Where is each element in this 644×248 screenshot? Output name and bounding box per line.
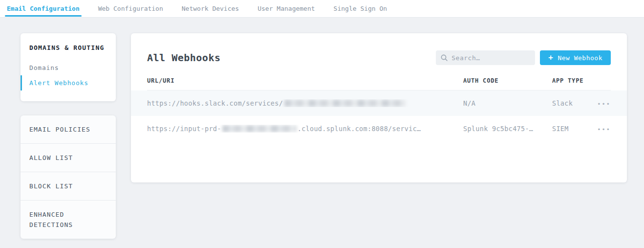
app-type-cell: SIEM [552, 125, 590, 133]
auth-code-cell: Splunk 9c5bc475-… [463, 125, 552, 133]
tab-web-configuration[interactable]: Web Configuration [96, 0, 165, 17]
tab-single-sign-on[interactable]: Single Sign On [332, 0, 389, 17]
sidebar-item-block-list[interactable]: BLOCK LIST [21, 172, 116, 201]
page-title: All Webhooks [147, 52, 436, 64]
sidebar-item-alert-webhooks[interactable]: Alert Webhooks [21, 75, 116, 90]
sidebar-item-enhanced-detections[interactable]: ENHANCED DETECTIONS [21, 201, 116, 239]
new-webhook-button-label: New Webhook [558, 54, 602, 62]
plus-icon: + [548, 54, 553, 62]
domains-routing-card: DOMAINS & ROUTING Domains Alert Webhooks [21, 33, 116, 101]
table-header-row: URL/URI AUTH CODE APP TYPE [147, 77, 611, 90]
tab-user-management[interactable]: User Management [256, 0, 317, 17]
auth-code-cell: N/A [463, 99, 552, 107]
table-row[interactable]: https://hooks.slack.com/services/ N/A Sl… [131, 90, 627, 116]
app-type-cell: Slack [552, 99, 590, 107]
row-menu-ellipsis-icon[interactable]: ••• [597, 127, 611, 133]
policy-nav-card: EMAIL POLICIES ALLOW LIST BLOCK LIST ENH… [21, 115, 116, 239]
panel-header: All Webhooks + New Webhook [147, 50, 611, 65]
column-header-auth: AUTH CODE [463, 77, 552, 84]
sidebar-item-allow-list[interactable]: ALLOW LIST [21, 144, 116, 172]
search-icon [441, 54, 448, 61]
table-row[interactable]: https://input-prd-.cloud.splunk.com:8088… [147, 116, 611, 141]
webhooks-panel: All Webhooks + New Webhook URL/URI AUTH … [131, 33, 627, 182]
sidebar: DOMAINS & ROUTING Domains Alert Webhooks… [21, 33, 116, 239]
new-webhook-button[interactable]: + New Webhook [540, 50, 611, 65]
webhook-url-cell: https://input-prd-.cloud.splunk.com:8088… [147, 125, 463, 133]
redacted-url-segment [222, 125, 297, 132]
page-content: DOMAINS & ROUTING Domains Alert Webhooks… [0, 18, 644, 239]
column-header-url: URL/URI [147, 77, 463, 84]
sidebar-item-email-policies[interactable]: EMAIL POLICIES [21, 115, 116, 144]
search-box[interactable] [436, 50, 535, 65]
webhooks-table: URL/URI AUTH CODE APP TYPE https://hooks… [147, 77, 611, 141]
redacted-url-segment [284, 100, 406, 107]
sidebar-item-domains[interactable]: Domains [21, 60, 116, 75]
column-header-app: APP TYPE [552, 77, 590, 84]
tab-email-configuration[interactable]: Email Configuration [5, 0, 82, 17]
search-input[interactable] [451, 54, 530, 62]
domains-routing-title: DOMAINS & ROUTING [21, 44, 116, 51]
webhook-url-cell: https://hooks.slack.com/services/ [147, 99, 463, 107]
tab-network-devices[interactable]: Network Devices [180, 0, 241, 17]
row-menu-ellipsis-icon[interactable]: ••• [597, 101, 611, 107]
top-tab-bar: Email Configuration Web Configuration Ne… [0, 0, 644, 18]
